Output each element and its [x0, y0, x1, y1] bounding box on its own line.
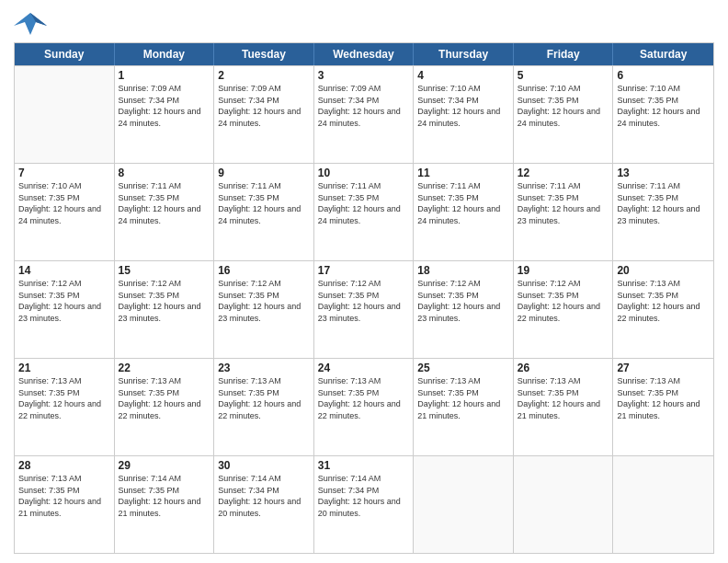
- calendar-cell: 28Sunrise: 7:13 AMSunset: 7:35 PMDayligh…: [15, 456, 115, 553]
- cell-info: Sunrise: 7:09 AMSunset: 7:34 PMDaylight:…: [318, 83, 410, 129]
- calendar-cell: 7Sunrise: 7:10 AMSunset: 7:35 PMDaylight…: [15, 164, 115, 260]
- weekday-header-thursday: Thursday: [414, 43, 514, 65]
- calendar-cell: 1Sunrise: 7:09 AMSunset: 7:34 PMDaylight…: [115, 66, 215, 163]
- day-number: 19: [518, 264, 609, 277]
- day-number: 6: [617, 69, 710, 82]
- logo: [14, 9, 51, 37]
- cell-info: Sunrise: 7:14 AMSunset: 7:34 PMDaylight:…: [318, 473, 410, 519]
- day-number: 27: [617, 362, 710, 374]
- day-number: 13: [617, 167, 710, 179]
- weekday-header-wednesday: Wednesday: [314, 43, 415, 65]
- calendar-row-1: 1Sunrise: 7:09 AMSunset: 7:34 PMDaylight…: [15, 65, 713, 163]
- calendar-cell: [613, 456, 713, 553]
- cell-info: Sunrise: 7:11 AMSunset: 7:35 PMDaylight:…: [119, 180, 210, 226]
- calendar-cell: 29Sunrise: 7:14 AMSunset: 7:35 PMDayligh…: [115, 456, 215, 553]
- day-number: 25: [417, 362, 509, 374]
- calendar-cell: 19Sunrise: 7:12 AMSunset: 7:35 PMDayligh…: [514, 261, 614, 358]
- cell-info: Sunrise: 7:13 AMSunset: 7:35 PMDaylight:…: [218, 375, 310, 421]
- day-number: 21: [18, 362, 110, 374]
- day-number: 28: [18, 459, 110, 472]
- day-number: 11: [417, 167, 509, 179]
- day-number: 3: [318, 69, 410, 82]
- cell-info: Sunrise: 7:10 AMSunset: 7:34 PMDaylight:…: [417, 83, 509, 129]
- day-number: 23: [218, 362, 310, 374]
- calendar-cell: 14Sunrise: 7:12 AMSunset: 7:35 PMDayligh…: [15, 261, 115, 358]
- cell-info: Sunrise: 7:13 AMSunset: 7:35 PMDaylight:…: [18, 375, 110, 421]
- cell-info: Sunrise: 7:12 AMSunset: 7:35 PMDaylight:…: [318, 278, 410, 324]
- cell-info: Sunrise: 7:11 AMSunset: 7:35 PMDaylight:…: [318, 180, 410, 226]
- day-number: 4: [417, 69, 509, 82]
- cell-info: Sunrise: 7:11 AMSunset: 7:35 PMDaylight:…: [218, 180, 310, 226]
- cell-info: Sunrise: 7:12 AMSunset: 7:35 PMDaylight:…: [18, 278, 110, 324]
- day-number: 22: [119, 362, 210, 374]
- calendar-cell: 2Sunrise: 7:09 AMSunset: 7:34 PMDaylight…: [214, 66, 314, 163]
- day-number: 20: [617, 264, 710, 277]
- cell-info: Sunrise: 7:13 AMSunset: 7:35 PMDaylight:…: [119, 375, 210, 421]
- day-number: 24: [318, 362, 410, 374]
- calendar-cell: [15, 66, 115, 163]
- calendar-cell: 9Sunrise: 7:11 AMSunset: 7:35 PMDaylight…: [214, 164, 314, 260]
- weekday-header-friday: Friday: [514, 43, 614, 65]
- calendar-cell: 26Sunrise: 7:13 AMSunset: 7:35 PMDayligh…: [514, 359, 614, 455]
- cell-info: Sunrise: 7:10 AMSunset: 7:35 PMDaylight:…: [617, 83, 710, 129]
- cell-info: Sunrise: 7:10 AMSunset: 7:35 PMDaylight:…: [518, 83, 609, 129]
- calendar-header: SundayMondayTuesdayWednesdayThursdayFrid…: [15, 43, 713, 65]
- calendar-row-5: 28Sunrise: 7:13 AMSunset: 7:35 PMDayligh…: [15, 455, 713, 553]
- day-number: 15: [119, 264, 210, 277]
- calendar-cell: 3Sunrise: 7:09 AMSunset: 7:34 PMDaylight…: [314, 66, 415, 163]
- cell-info: Sunrise: 7:12 AMSunset: 7:35 PMDaylight:…: [417, 278, 509, 324]
- cell-info: Sunrise: 7:13 AMSunset: 7:35 PMDaylight:…: [417, 375, 509, 421]
- calendar: SundayMondayTuesdayWednesdayThursdayFrid…: [14, 42, 714, 554]
- day-number: 10: [318, 167, 410, 179]
- day-number: 18: [417, 264, 509, 277]
- day-number: 30: [218, 459, 310, 472]
- calendar-cell: 16Sunrise: 7:12 AMSunset: 7:35 PMDayligh…: [214, 261, 314, 358]
- calendar-cell: 25Sunrise: 7:13 AMSunset: 7:35 PMDayligh…: [414, 359, 514, 455]
- calendar-cell: 8Sunrise: 7:11 AMSunset: 7:35 PMDaylight…: [115, 164, 215, 260]
- cell-info: Sunrise: 7:09 AMSunset: 7:34 PMDaylight:…: [218, 83, 310, 129]
- calendar-cell: 12Sunrise: 7:11 AMSunset: 7:35 PMDayligh…: [514, 164, 614, 260]
- day-number: 12: [518, 167, 609, 179]
- day-number: 29: [119, 459, 210, 472]
- cell-info: Sunrise: 7:14 AMSunset: 7:35 PMDaylight:…: [119, 473, 210, 519]
- weekday-header-tuesday: Tuesday: [214, 43, 314, 65]
- cell-info: Sunrise: 7:10 AMSunset: 7:35 PMDaylight:…: [18, 180, 110, 226]
- day-number: 5: [518, 69, 609, 82]
- weekday-header-sunday: Sunday: [15, 43, 115, 65]
- day-number: 31: [318, 459, 410, 472]
- cell-info: Sunrise: 7:13 AMSunset: 7:35 PMDaylight:…: [518, 375, 609, 421]
- header: [14, 9, 714, 37]
- calendar-cell: 6Sunrise: 7:10 AMSunset: 7:35 PMDaylight…: [613, 66, 713, 163]
- cell-info: Sunrise: 7:14 AMSunset: 7:34 PMDaylight:…: [218, 473, 310, 519]
- day-number: 8: [119, 167, 210, 179]
- calendar-row-3: 14Sunrise: 7:12 AMSunset: 7:35 PMDayligh…: [15, 260, 713, 358]
- calendar-cell: 15Sunrise: 7:12 AMSunset: 7:35 PMDayligh…: [115, 261, 215, 358]
- calendar-cell: 21Sunrise: 7:13 AMSunset: 7:35 PMDayligh…: [15, 359, 115, 455]
- day-number: 26: [518, 362, 609, 374]
- calendar-cell: 11Sunrise: 7:11 AMSunset: 7:35 PMDayligh…: [414, 164, 514, 260]
- calendar-cell: 10Sunrise: 7:11 AMSunset: 7:35 PMDayligh…: [314, 164, 415, 260]
- weekday-header-saturday: Saturday: [613, 43, 713, 65]
- day-number: 17: [318, 264, 410, 277]
- calendar-row-4: 21Sunrise: 7:13 AMSunset: 7:35 PMDayligh…: [15, 358, 713, 455]
- day-number: 2: [218, 69, 310, 82]
- calendar-cell: [514, 456, 614, 553]
- cell-info: Sunrise: 7:12 AMSunset: 7:35 PMDaylight:…: [518, 278, 609, 324]
- calendar-cell: 23Sunrise: 7:13 AMSunset: 7:35 PMDayligh…: [214, 359, 314, 455]
- cell-info: Sunrise: 7:13 AMSunset: 7:35 PMDaylight:…: [617, 278, 710, 324]
- calendar-cell: 30Sunrise: 7:14 AMSunset: 7:34 PMDayligh…: [214, 456, 314, 553]
- day-number: 1: [119, 69, 210, 82]
- calendar-cell: [414, 456, 514, 553]
- calendar-cell: 13Sunrise: 7:11 AMSunset: 7:35 PMDayligh…: [613, 164, 713, 260]
- calendar-cell: 5Sunrise: 7:10 AMSunset: 7:35 PMDaylight…: [514, 66, 614, 163]
- cell-info: Sunrise: 7:13 AMSunset: 7:35 PMDaylight:…: [18, 473, 110, 519]
- calendar-cell: 17Sunrise: 7:12 AMSunset: 7:35 PMDayligh…: [314, 261, 415, 358]
- cell-info: Sunrise: 7:12 AMSunset: 7:35 PMDaylight:…: [218, 278, 310, 324]
- cell-info: Sunrise: 7:13 AMSunset: 7:35 PMDaylight:…: [318, 375, 410, 421]
- calendar-cell: 24Sunrise: 7:13 AMSunset: 7:35 PMDayligh…: [314, 359, 415, 455]
- day-number: 14: [18, 264, 110, 277]
- cell-info: Sunrise: 7:11 AMSunset: 7:35 PMDaylight:…: [518, 180, 609, 226]
- weekday-header-monday: Monday: [115, 43, 215, 65]
- cell-info: Sunrise: 7:09 AMSunset: 7:34 PMDaylight:…: [119, 83, 210, 129]
- cell-info: Sunrise: 7:11 AMSunset: 7:35 PMDaylight:…: [617, 180, 710, 226]
